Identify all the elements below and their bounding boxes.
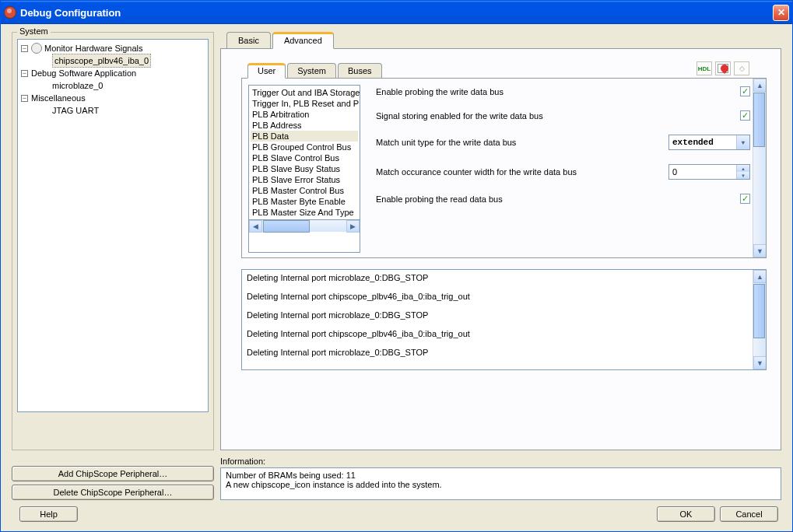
- scroll-down-icon[interactable]: ▼: [753, 356, 767, 369]
- tab-user[interactable]: User: [247, 63, 286, 79]
- list-item[interactable]: PLB Grouped Control Bus: [251, 142, 358, 152]
- label-probe-read: Enable probing the read data bus: [376, 194, 740, 204]
- inner-tab-body: Trigger Out and IBA Storage Trigger In, …: [241, 78, 767, 258]
- label-match-type: Match unit type for the write data bus: [376, 138, 668, 147]
- system-tree[interactable]: −Monitor Hardware Signals chipscope_plbv…: [17, 39, 209, 412]
- ok-button[interactable]: OK: [657, 506, 715, 522]
- v-scrollbar[interactable]: ▲ ▼: [753, 79, 766, 257]
- list-item[interactable]: PLB Slave Error Status: [251, 174, 358, 185]
- list-item[interactable]: PLB Address: [251, 120, 358, 131]
- scroll-thumb[interactable]: [263, 220, 310, 233]
- tree-item[interactable]: Miscellaneous: [31, 93, 86, 103]
- tab-content: HDL ◇ User System Buses: [220, 48, 781, 450]
- log-line: Deleting Internal port microblaze_0:DBG_…: [247, 273, 749, 282]
- label-storing-write: Signal storing enabled for the write dat…: [376, 111, 740, 121]
- scroll-up-icon[interactable]: ▲: [753, 270, 767, 283]
- list-item-selected[interactable]: PLB Data: [251, 131, 358, 142]
- delete-peripheral-button[interactable]: Delete ChipScope Peripheral…: [12, 485, 214, 500]
- info-line: A new chipscope_icon instance is added i…: [226, 480, 776, 489]
- list-item[interactable]: Trigger Out and IBA Storage: [251, 87, 358, 98]
- app-icon: [4, 6, 16, 19]
- spinner-counter-width[interactable]: 0 ▲ ▼: [668, 164, 750, 180]
- system-tree-group: System −Monitor Hardware Signals chipsco…: [12, 32, 214, 450]
- cancel-button[interactable]: Cancel: [720, 506, 778, 522]
- spinner-value: 0: [672, 167, 677, 177]
- info-label: Information:: [220, 457, 781, 466]
- window: Debug Configuration ✕ System −Monitor Ha…: [0, 0, 793, 532]
- tree-item[interactable]: Debug Software Application: [31, 68, 136, 78]
- outer-tabs: Basic Advanced: [226, 32, 781, 48]
- select-value: extended: [672, 138, 714, 147]
- collapse-icon[interactable]: −: [21, 45, 28, 52]
- log-line: Deleting Internal port chipscope_plbv46_…: [247, 329, 749, 338]
- scroll-up-icon[interactable]: ▲: [753, 79, 766, 92]
- label-counter-width: Match occurance counter width for the wr…: [376, 167, 668, 177]
- form-pane: Enable probing the write data bus ✓ Sign…: [365, 79, 766, 257]
- tab-advanced[interactable]: Advanced: [272, 32, 334, 49]
- window-title: Debug Configuration: [20, 7, 773, 19]
- scroll-thumb[interactable]: [753, 93, 765, 147]
- tab-basic[interactable]: Basic: [226, 32, 271, 48]
- label-probe-write: Enable probing the write data bus: [376, 87, 740, 96]
- list-item[interactable]: PLB Master Size And Type: [251, 207, 358, 218]
- checkbox-storing-write[interactable]: ✓: [740, 110, 750, 121]
- list-item[interactable]: PLB Master Control Bus: [251, 185, 358, 196]
- category-list[interactable]: Trigger Out and IBA Storage Trigger In, …: [248, 85, 360, 253]
- close-icon[interactable]: ✕: [773, 5, 789, 21]
- spinner-up-icon[interactable]: ▲: [736, 165, 749, 172]
- log-line: Deleting Internal port microblaze_0:DBG_…: [247, 310, 749, 320]
- scroll-left-icon[interactable]: ◀: [249, 220, 262, 233]
- log-line: Deleting Internal port microblaze_0:DBG_…: [247, 348, 749, 357]
- checkbox-probe-read[interactable]: ✓: [740, 194, 750, 204]
- content: System −Monitor Hardware Signals chipsco…: [1, 24, 792, 531]
- info-line: Number of BRAMs being used: 11: [226, 471, 776, 480]
- tab-buses[interactable]: Buses: [338, 63, 382, 78]
- list-item[interactable]: PLB Slave Control Bus: [251, 152, 358, 163]
- h-scrollbar[interactable]: ◀ ▶: [249, 219, 360, 232]
- log-output: Deleting Internal port microblaze_0:DBG_…: [241, 269, 767, 370]
- collapse-icon[interactable]: −: [21, 95, 28, 102]
- list-item[interactable]: PLB Arbitration: [251, 109, 358, 120]
- collapse-icon[interactable]: −: [21, 70, 28, 77]
- scroll-thumb[interactable]: [753, 284, 765, 338]
- add-peripheral-button[interactable]: Add ChipScope Peripheral…: [12, 466, 214, 481]
- log-line: Deleting Internal port chipscope_plbv46_…: [247, 292, 749, 301]
- select-match-type[interactable]: extended▼: [668, 135, 750, 150]
- scroll-right-icon[interactable]: ▶: [346, 220, 360, 233]
- scroll-down-icon[interactable]: ▼: [753, 244, 766, 257]
- tree-item[interactable]: microblaze_0: [52, 81, 103, 90]
- list-item[interactable]: PLB Slave Busy Status: [251, 163, 358, 174]
- v-scrollbar[interactable]: ▲ ▼: [753, 270, 766, 369]
- help-button[interactable]: Help: [19, 506, 78, 522]
- tree-item[interactable]: JTAG UART: [52, 106, 99, 115]
- tree-item[interactable]: Monitor Hardware Signals: [44, 44, 143, 53]
- titlebar: Debug Configuration ✕: [1, 1, 792, 24]
- chevron-down-icon[interactable]: ▼: [736, 135, 749, 149]
- checkbox-probe-write[interactable]: ✓: [740, 86, 750, 96]
- inner-tabs: User System Buses: [247, 63, 767, 78]
- node-icon: [31, 43, 42, 54]
- tree-legend: System: [17, 26, 51, 36]
- list-item[interactable]: Trigger In, PLB Reset and PLB: [251, 98, 358, 109]
- info-box: Number of BRAMs being used: 11 A new chi…: [220, 467, 781, 500]
- spinner-down-icon[interactable]: ▼: [736, 172, 749, 179]
- list-item[interactable]: PLB Master Byte Enable: [251, 196, 358, 207]
- tab-system[interactable]: System: [287, 63, 336, 78]
